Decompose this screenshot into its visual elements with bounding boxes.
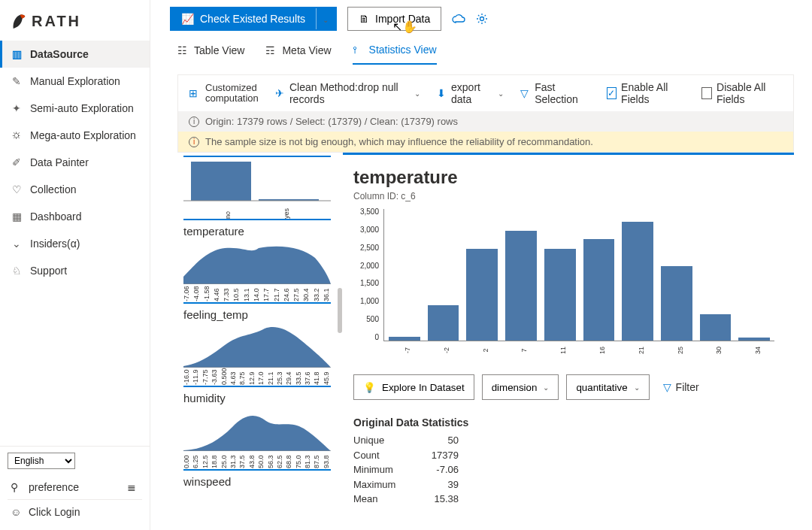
resize-gutter[interactable] (337, 153, 343, 509)
broom-icon: ✈ (275, 87, 285, 99)
fast-selection-button[interactable]: ▽Fast Selection (520, 81, 590, 105)
pref-label: preference (29, 481, 79, 493)
tab-meta-view[interactable]: ☶Meta View (265, 38, 331, 65)
sidebar-footer: English ⚲preference≣ ☺Click Login (0, 446, 150, 530)
stats-row: Mean15.38 (353, 492, 459, 507)
preference-link[interactable]: ⚲preference≣ (8, 475, 142, 499)
quantitative-select[interactable]: quantitative⌄ (566, 374, 649, 400)
person-icon: ⚲ (11, 481, 23, 493)
cloud-button[interactable] (452, 14, 465, 24)
mini-title: humidity (183, 392, 331, 404)
stats-row: Median15.5 (353, 507, 459, 510)
mini-xticks: 0.006.2512.518.825.031.337.543.850.056.3… (183, 451, 331, 469)
warning-text: The sample size is not big enough, which… (205, 136, 593, 147)
stats-row: Unique50 (353, 433, 459, 448)
tab-statistics-view[interactable]: ⫯Statistics View (353, 38, 437, 65)
explore-in-dataset-button[interactable]: 💡Explore In Dataset (353, 374, 474, 400)
support-icon: ♘ (11, 265, 23, 277)
svg-rect-1 (191, 162, 251, 201)
mini-field[interactable]: temperature-7.06-4.08-1.584.467.3310.513… (183, 225, 331, 304)
sidebar-item-collection[interactable]: ♡Collection (0, 176, 150, 203)
mini-field[interactable]: winspeed (183, 475, 331, 509)
warning-row: iThe sample size is not big enough, whic… (178, 132, 793, 152)
mini-field[interactable]: noyes (183, 156, 331, 220)
dimension-select[interactable]: dimension⌄ (482, 374, 559, 400)
tool-label: Clean Method:drop null records (289, 81, 410, 105)
import-icon: 🗎 (359, 13, 369, 25)
export-data-dropdown[interactable]: ⬇export data⌄ (437, 81, 504, 105)
robot-icon: ⛭ (11, 129, 23, 141)
sidebar-item-insiders[interactable]: ⌄Insiders(α) (0, 230, 150, 257)
split-chevron[interactable]: ⌄ (316, 8, 332, 29)
warning-icon: i (189, 137, 199, 147)
nav: ▥DataSource ✎Manual Exploration ✦Semi-au… (0, 41, 150, 446)
stats-icon: ⫯ (353, 44, 365, 56)
user-icon: ☺ (11, 506, 23, 518)
sidebar-item-label: Dashboard (30, 210, 82, 223)
download-icon: ⬇ (437, 87, 447, 99)
meta-icon: ☶ (265, 44, 277, 56)
sidebar-item-label: Data Painter (30, 156, 89, 168)
filter-label: Filter (676, 381, 699, 393)
filter-button[interactable]: ▽Filter (663, 381, 699, 393)
sidebar-item-support[interactable]: ♘Support (0, 257, 150, 284)
chart-icon: 📈 (181, 13, 194, 25)
mini-field[interactable]: feeling_temp-16.0-11.9-7.75-3.630.5004.6… (183, 308, 331, 387)
chevron-down-icon: ⌄ (543, 383, 549, 392)
login-button[interactable]: ☺Click Login (8, 499, 142, 524)
language-select[interactable]: English (8, 453, 75, 469)
sidebar-item-manual-exploration[interactable]: ✎Manual Exploration (0, 68, 150, 95)
mini-xticks: -7.06-4.08-1.584.467.3310.513.114.017.72… (183, 284, 331, 302)
tool-label: export data (451, 81, 493, 105)
mini-title: temperature (183, 225, 331, 238)
chevron-down-icon: ⌄ (323, 16, 329, 24)
tool-label: Disable All Fields (717, 81, 783, 105)
settings-button[interactable] (476, 13, 488, 25)
mini-chart (183, 160, 331, 205)
edit-icon: ✎ (11, 75, 23, 87)
resize-handle-icon (338, 288, 342, 333)
sidebar-item-semi-auto[interactable]: ✦Semi-auto Exploration (0, 95, 150, 122)
database-icon: ▥ (11, 48, 23, 60)
sidebar-item-data-painter[interactable]: ✐Data Painter (0, 149, 150, 176)
tab-table-view[interactable]: ☷Table View (177, 38, 244, 65)
btn-label: Import Data (375, 13, 430, 25)
spark-icon: ✦ (11, 102, 23, 114)
field-list: noyestemperature-7.06-4.08-1.584.467.331… (177, 153, 337, 509)
btn-label: Check Existed Results (200, 13, 305, 25)
detail-controls: 💡Explore In Dataset dimension⌄ quantitat… (353, 374, 794, 400)
info-row: iOrigin: 17379 rows / Select: (17379) / … (178, 111, 793, 132)
field-detail: temperature Column ID: c_6 05001,0001,50… (343, 153, 794, 509)
sidebar-item-label: Mega-auto Exploration (30, 129, 136, 141)
sidebar-item-mega-auto[interactable]: ⛭Mega-auto Exploration (0, 122, 150, 149)
sidebar-item-label: Insiders(α) (30, 238, 80, 250)
stats-row: Minimum-7.06 (353, 462, 459, 477)
funnel-icon: ▽ (520, 87, 530, 99)
stats-title: Original Data Statistics (353, 416, 794, 429)
sidebar-item-dashboard[interactable]: ▦Dashboard (0, 203, 150, 230)
customized-computation-button[interactable]: ⊞Customizedcomputation (189, 83, 259, 104)
main: 📈 Check Existed Results ⌄ 🗎 Import Data … (150, 0, 812, 530)
svg-point-0 (480, 17, 484, 21)
mini-chart (183, 323, 331, 368)
bar (544, 249, 576, 341)
heart-icon: ♡ (11, 183, 23, 195)
view-tabs: ☷Table View ☶Meta View ⫯Statistics View (150, 38, 812, 65)
bar (622, 222, 653, 341)
checkbox-checked-icon: ✓ (607, 87, 617, 99)
import-data-button[interactable]: 🗎 Import Data (347, 7, 441, 31)
chevron-down-icon: ⌄ (414, 89, 420, 98)
disable-all-checkbox[interactable]: Disable All Fields (701, 81, 783, 105)
clean-method-dropdown[interactable]: ✈Clean Method:drop null records⌄ (275, 81, 420, 105)
enable-all-checkbox[interactable]: ✓Enable All Fields (607, 81, 686, 105)
bar (661, 266, 692, 341)
mini-field[interactable]: humidity0.006.2512.518.825.031.337.543.8… (183, 392, 331, 471)
check-existed-results-button[interactable]: 📈 Check Existed Results ⌄ (170, 7, 337, 31)
mini-title: feeling_temp (183, 308, 331, 321)
bar (583, 239, 615, 341)
btn-label: dimension (492, 382, 538, 393)
sidebar-item-datasource[interactable]: ▥DataSource (0, 41, 150, 68)
table-icon: ☷ (177, 44, 189, 56)
stats-table: Unique50Count17379Minimum-7.06Maximum39M… (353, 433, 794, 509)
tab-label: Table View (194, 44, 244, 56)
